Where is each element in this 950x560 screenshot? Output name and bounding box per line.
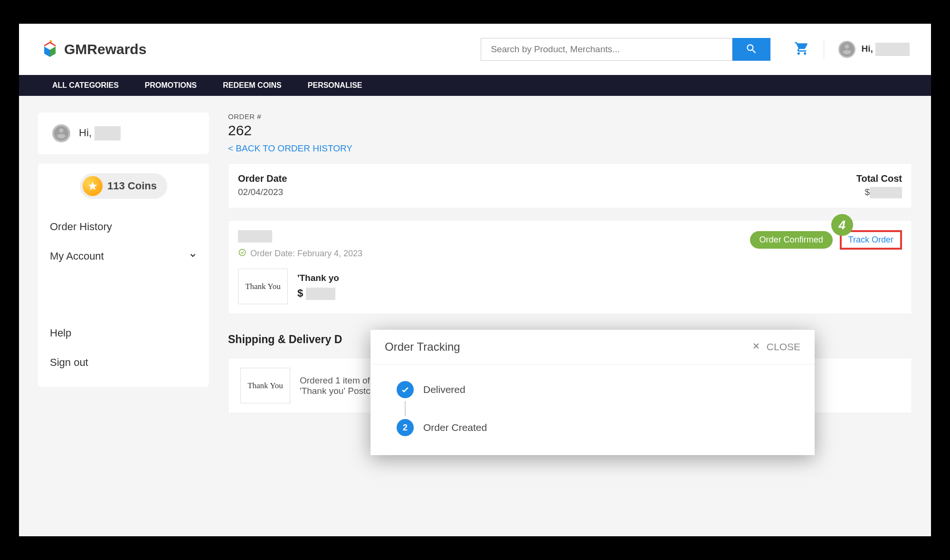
item-price: $ (297, 287, 339, 300)
back-to-order-history-link[interactable]: < BACK TO ORDER HISTORY (228, 143, 912, 154)
redacted-price (306, 288, 335, 300)
avatar-icon (838, 41, 855, 58)
nav-all-categories[interactable]: ALL CATEGORIES (52, 81, 119, 90)
track-order-button[interactable]: 4 Track Order (840, 230, 902, 250)
sidebar-help[interactable]: Help (50, 318, 197, 348)
search-icon (745, 43, 758, 56)
header: GMRewards Hi, (19, 24, 931, 75)
user-greeting: Hi, (861, 43, 910, 56)
nav-redeem-coins[interactable]: REDEEM COINS (223, 81, 282, 90)
sidebar: Hi, 113 Coins Order History (38, 112, 209, 413)
total-cost-block: Total Cost $ (856, 173, 902, 198)
order-date-line: Order Date: February 4, 2023 (238, 248, 362, 259)
search-wrapper: Hi, (481, 38, 910, 61)
redacted-username (875, 43, 910, 56)
order-meta: Order Date: February 4, 2023 (238, 230, 362, 259)
modal-close-button[interactable]: CLOSE (751, 341, 800, 353)
product-thumbnail: Thank You (240, 368, 290, 403)
tutorial-step-badge: 4 (831, 214, 853, 236)
order-status-pill: Order Confirmed (750, 231, 833, 249)
cart-icon[interactable] (794, 41, 809, 58)
user-section[interactable]: Hi, (838, 41, 910, 58)
redacted-merchant (238, 230, 272, 243)
svg-point-0 (239, 249, 246, 256)
check-circle-icon (238, 248, 247, 259)
order-date-label: Order Date (238, 173, 287, 184)
order-card: Order Date: February 4, 2023 Order Confi… (228, 220, 912, 314)
order-actions: Order Confirmed 4 Track Order (750, 230, 902, 250)
avatar-icon (52, 124, 70, 142)
header-divider (824, 40, 824, 59)
total-cost-label: Total Cost (856, 173, 902, 184)
nav-personalise[interactable]: PERSONALISE (308, 81, 362, 90)
track-step-label: Delivered (423, 384, 466, 395)
redacted-username (95, 126, 121, 140)
order-date-value: 02/04/2023 (238, 187, 287, 197)
item-name: 'Thank yo (297, 273, 339, 283)
total-cost-value: $ (856, 187, 902, 198)
order-tracking-modal: Order Tracking CLOSE Delivered 2 Order C… (370, 330, 815, 455)
track-step-created: 2 Order Created (397, 419, 788, 436)
nav-bar: ALL CATEGORIES PROMOTIONS REDEEM COINS P… (19, 75, 931, 96)
search-box (481, 38, 770, 61)
nav-promotions[interactable]: PROMOTIONS (145, 81, 197, 90)
sidebar-my-account[interactable]: My Account (50, 242, 197, 271)
search-input[interactable] (481, 38, 732, 61)
step-number-icon: 2 (397, 419, 414, 436)
sidebar-order-history[interactable]: Order History (50, 212, 197, 242)
modal-title: Order Tracking (385, 340, 460, 354)
coin-icon (83, 176, 103, 196)
sidebar-menu: 113 Coins Order History My Account Help … (38, 164, 209, 387)
modal-header: Order Tracking CLOSE (370, 330, 815, 364)
check-icon (397, 381, 414, 398)
coins-text: 113 Coins (107, 180, 157, 192)
track-step-delivered: Delivered (397, 381, 788, 398)
logo[interactable]: GMRewards (40, 40, 146, 59)
logo-icon (40, 40, 59, 59)
order-date-block: Order Date 02/04/2023 (238, 173, 287, 198)
sidebar-sign-out[interactable]: Sign out (50, 348, 197, 377)
product-thumbnail: Thank You (238, 269, 288, 304)
chevron-down-icon (189, 250, 197, 262)
coins-badge[interactable]: 113 Coins (80, 173, 167, 199)
redacted-cost (870, 187, 902, 198)
item-details: 'Thank yo $ (297, 273, 339, 300)
modal-body: Delivered 2 Order Created (370, 364, 815, 455)
order-number: 262 (228, 122, 912, 139)
order-summary: Order Date 02/04/2023 Total Cost $ (228, 163, 912, 208)
order-item: Thank You 'Thank yo $ (238, 269, 902, 304)
search-button[interactable] (732, 38, 770, 61)
close-icon (751, 341, 761, 353)
track-step-label: Order Created (423, 422, 487, 433)
order-header: ORDER # 262 < BACK TO ORDER HISTORY (228, 112, 912, 154)
logo-text: GMRewards (64, 41, 146, 57)
sidebar-greeting: Hi, (79, 126, 121, 140)
track-connector (405, 401, 406, 416)
sidebar-user-card: Hi, (38, 112, 209, 154)
sidebar-my-account-label: My Account (50, 250, 104, 262)
order-number-label: ORDER # (228, 112, 912, 121)
